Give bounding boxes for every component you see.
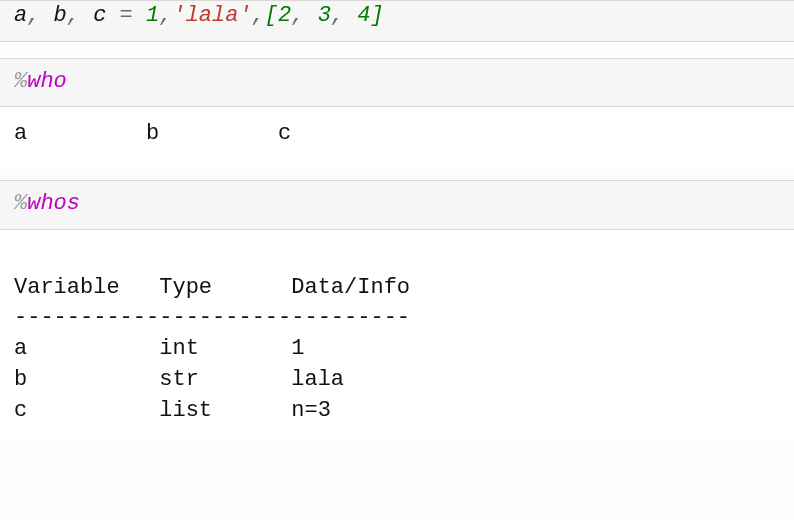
code-cell-who: %who — [0, 58, 794, 108]
magic-percent-icon: % — [14, 191, 27, 216]
magic-percent-icon: % — [14, 69, 27, 94]
code-cell-who-source: %who — [0, 59, 794, 107]
output-whos: Variable Type Data/Info ----------------… — [0, 230, 794, 441]
string-literal-body: lala — [186, 3, 239, 28]
var-b: b — [54, 3, 67, 28]
output-who: a b c — [0, 107, 794, 164]
whos-rule: ------------------------------ — [14, 305, 410, 330]
table-row: b str lala — [14, 367, 344, 392]
var-c: c — [93, 3, 106, 28]
magic-whos: whos — [27, 191, 80, 216]
string-literal-close: ' — [238, 3, 251, 28]
table-row: a int 1 — [14, 336, 304, 361]
code-cell-assignment-source: a, b, c = 1,'lala',[2, 3, 4] — [0, 1, 794, 41]
code-cell-assignment: a, b, c = 1,'lala',[2, 3, 4] — [0, 0, 794, 42]
string-literal-open: ' — [172, 3, 185, 28]
literal-3: 3 — [318, 3, 331, 28]
literal-1: 1 — [146, 3, 159, 28]
list-close: ] — [370, 3, 383, 28]
cell-gap — [0, 164, 794, 180]
comma: , — [252, 3, 265, 28]
comma: , — [27, 3, 53, 28]
literal-2: 2 — [278, 3, 291, 28]
comma: , — [67, 3, 93, 28]
var-a: a — [14, 3, 27, 28]
code-cell-whos: %whos — [0, 180, 794, 230]
cell-gap — [0, 42, 794, 58]
table-row: c list n=3 — [14, 398, 331, 423]
magic-who: who — [27, 69, 67, 94]
comma: , — [291, 3, 317, 28]
whos-header: Variable Type Data/Info — [14, 275, 410, 300]
comma: , — [159, 3, 172, 28]
literal-4: 4 — [357, 3, 370, 28]
code-cell-whos-source: %whos — [0, 181, 794, 229]
comma: , — [331, 3, 357, 28]
equals-op: = — [106, 3, 146, 28]
list-open: [ — [265, 3, 278, 28]
